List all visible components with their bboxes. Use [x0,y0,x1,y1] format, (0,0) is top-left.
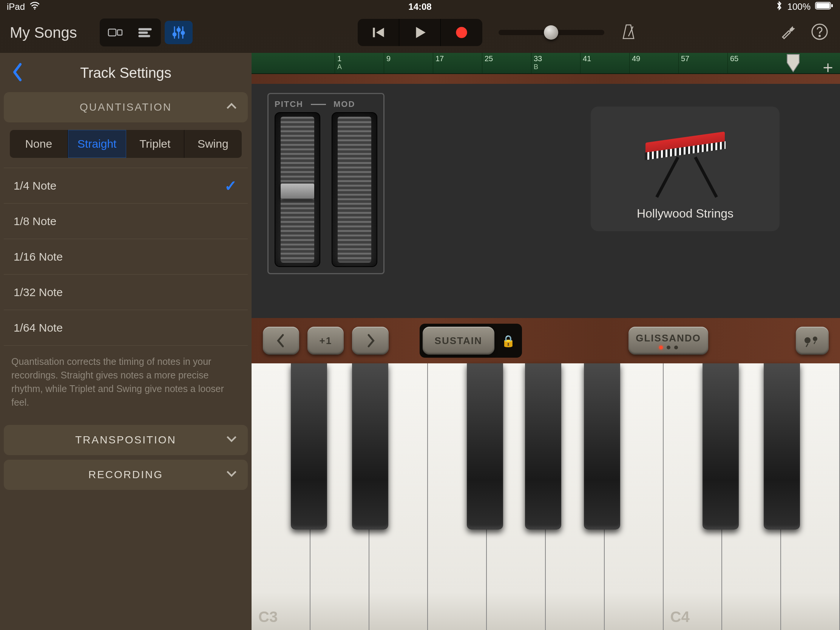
back-button[interactable] [11,62,24,84]
device-label: iPad [7,2,25,12]
black-key[interactable] [467,363,503,529]
help-button[interactable] [810,23,829,42]
black-key[interactable] [584,363,620,529]
quant-note-1-4[interactable]: 1/4 Note ✓ [4,168,248,204]
my-songs-button[interactable]: My Songs [10,24,77,41]
battery-pct: 100% [788,2,810,12]
svg-rect-8 [139,35,150,37]
instrument-selector[interactable]: Hollywood Strings [591,106,780,231]
wifi-icon [30,2,40,12]
quantisation-info-text: Quantisation corrects the timing of note… [4,346,248,420]
song-ruler[interactable]: 1A 9 17 25 33B 41 49 57 65 ＋ [251,53,840,74]
svg-rect-2 [816,3,830,8]
piano-keyboard[interactable]: C3 C4 [251,363,840,630]
svg-point-23 [805,337,810,343]
black-key[interactable] [764,363,800,529]
quant-mode-none[interactable]: None [10,130,68,158]
black-key[interactable] [352,363,388,529]
svg-marker-17 [416,27,425,38]
top-toolbar: My Songs [0,14,840,51]
svg-point-21 [819,35,820,36]
view-mode-toggle [100,19,161,46]
settings-button[interactable] [779,23,797,42]
record-button[interactable] [441,19,482,46]
instrument-panel: PITCH MOD Hollywood Strings [251,84,840,318]
svg-point-25 [813,336,817,341]
svg-rect-4 [108,29,116,36]
instrument-name: Hollywood Strings [637,207,734,221]
battery-icon [815,2,833,12]
quantisation-mode-segmented: None Straight Triplet Swing [10,130,242,158]
keyboard-icon [646,135,725,199]
recording-section-header[interactable]: RECORDING [4,459,248,490]
svg-rect-6 [139,28,152,30]
chevron-down-icon [225,433,238,448]
lock-icon[interactable]: 🔒 [501,334,515,347]
chevron-up-icon [225,100,238,115]
black-key[interactable] [291,363,327,529]
svg-point-0 [34,8,35,9]
svg-rect-26 [813,341,816,344]
svg-marker-16 [376,28,384,37]
octave-up-button[interactable] [352,327,388,355]
octave-down-button[interactable] [263,327,299,355]
checkmark-icon: ✓ [224,177,237,194]
browser-view-button[interactable] [102,21,129,44]
mod-label: MOD [333,99,355,109]
black-key[interactable] [703,363,739,529]
transposition-section-header[interactable]: TRANSPOSITION [4,425,248,455]
tracks-view-button[interactable] [131,21,159,44]
track-settings-panel: Track Settings QUANTISATION None Straigh… [0,53,251,630]
quantisation-section-header[interactable]: QUANTISATION [4,92,248,122]
rewind-button[interactable] [358,19,399,46]
transport-controls [358,19,482,46]
svg-point-13 [177,28,180,32]
quant-note-1-8[interactable]: 1/8 Note [4,204,248,239]
sustain-button[interactable]: SUSTAIN [423,327,494,355]
keyboard-control-strip: +1 SUSTAIN 🔒 GLISSANDO [251,318,840,363]
pitch-wheel[interactable] [275,112,320,267]
bluetooth-icon [775,0,783,13]
svg-rect-15 [373,28,375,37]
quant-note-1-16[interactable]: 1/16 Note [4,239,248,275]
keyboard-layout-button[interactable] [796,327,829,355]
svg-point-14 [181,32,184,35]
play-button[interactable] [399,19,441,46]
status-bar: iPad 14:08 100% [0,0,840,14]
panel-title: Track Settings [80,65,171,81]
track-controls-button[interactable] [165,21,193,44]
pitch-label: PITCH [275,99,303,109]
svg-rect-24 [805,343,808,347]
svg-rect-5 [117,30,122,35]
quant-mode-straight[interactable]: Straight [68,130,126,158]
octave-shift-display[interactable]: +1 [308,327,344,355]
quantisation-note-list: 1/4 Note ✓ 1/8 Note 1/16 Note 1/32 Note … [4,168,248,346]
quant-mode-swing[interactable]: Swing [184,130,242,158]
playhead-icon[interactable] [784,53,802,75]
chevron-down-icon [225,467,238,483]
clock: 14:08 [408,2,431,12]
quant-note-1-32[interactable]: 1/32 Note [4,275,248,310]
svg-marker-22 [787,54,799,72]
mod-wheel[interactable] [332,112,377,267]
metronome-button[interactable] [619,23,638,42]
glissando-button[interactable]: GLISSANDO [628,327,709,355]
svg-rect-7 [139,32,148,34]
pitch-mod-box: PITCH MOD [267,93,385,274]
svg-point-12 [173,33,176,36]
master-volume-slider[interactable] [499,30,604,35]
black-key[interactable] [525,363,561,529]
quant-mode-triplet[interactable]: Triplet [126,130,184,158]
svg-rect-3 [831,4,833,7]
svg-point-18 [456,27,467,38]
instrument-area: 1A 9 17 25 33B 41 49 57 65 ＋ PITCH MOD [251,53,840,630]
quant-note-1-64[interactable]: 1/64 Note [4,310,248,346]
